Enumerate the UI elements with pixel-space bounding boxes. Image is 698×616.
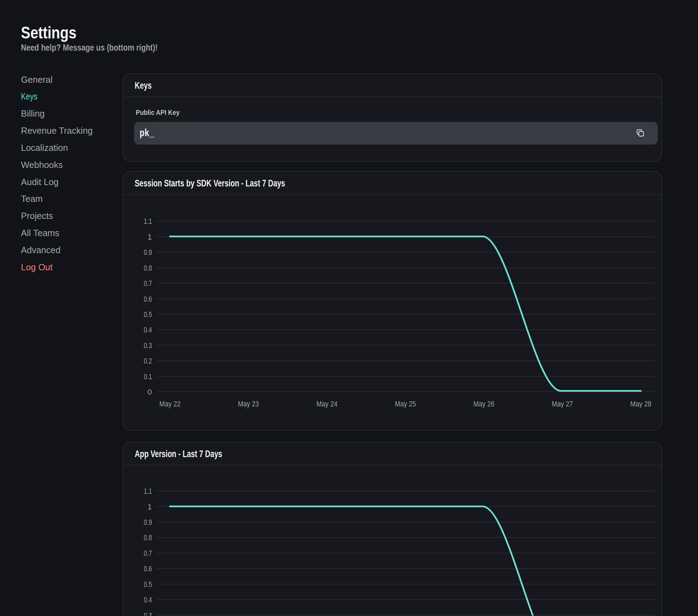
- svg-text:0.2: 0.2: [144, 356, 152, 365]
- svg-text:0.3: 0.3: [144, 341, 152, 350]
- svg-text:1: 1: [148, 502, 152, 511]
- svg-text:0.4: 0.4: [144, 595, 152, 604]
- svg-text:0.6: 0.6: [144, 564, 152, 573]
- svg-text:0.4: 0.4: [144, 325, 152, 334]
- svg-text:May 27: May 27: [552, 399, 573, 408]
- svg-text:1: 1: [148, 232, 152, 241]
- svg-text:0: 0: [148, 387, 152, 396]
- svg-text:May 24: May 24: [317, 399, 338, 408]
- svg-text:May 22: May 22: [159, 399, 180, 408]
- svg-text:May 25: May 25: [395, 399, 416, 408]
- svg-text:0.9: 0.9: [144, 248, 152, 257]
- svg-text:0.5: 0.5: [144, 580, 152, 589]
- svg-text:1.1: 1.1: [144, 217, 152, 226]
- svg-text:0.7: 0.7: [144, 279, 152, 288]
- svg-text:0.8: 0.8: [144, 263, 152, 272]
- svg-text:0.8: 0.8: [144, 533, 152, 542]
- svg-text:0.9: 0.9: [144, 518, 152, 527]
- svg-text:0.7: 0.7: [144, 549, 152, 558]
- svg-text:May 23: May 23: [238, 399, 259, 408]
- svg-text:0.1: 0.1: [144, 372, 152, 381]
- svg-text:May 28: May 28: [630, 399, 651, 408]
- svg-text:0.3: 0.3: [144, 611, 152, 616]
- svg-text:1.1: 1.1: [144, 486, 152, 496]
- svg-text:0.5: 0.5: [144, 310, 152, 319]
- svg-text:0.6: 0.6: [144, 294, 152, 303]
- svg-text:May 26: May 26: [473, 399, 494, 408]
